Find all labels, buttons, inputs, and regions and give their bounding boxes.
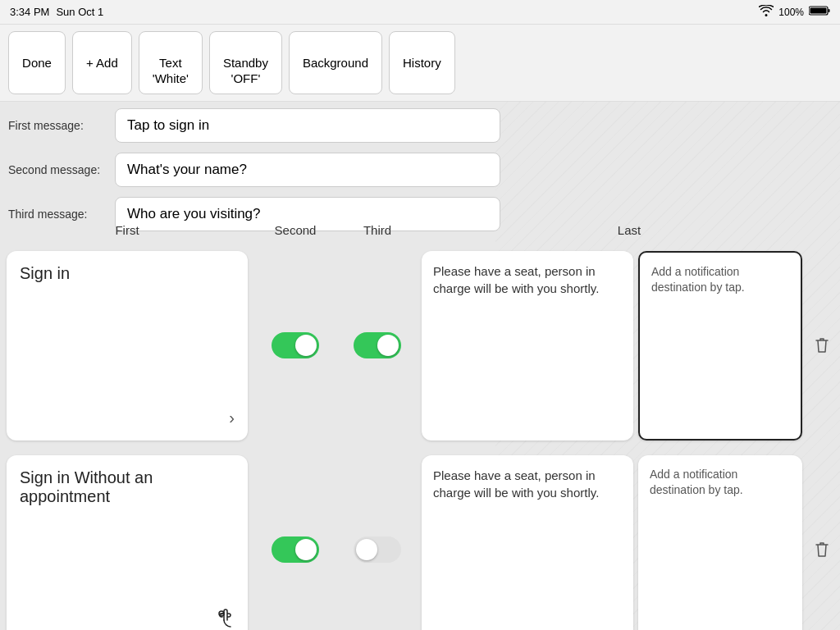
svg-rect-2 xyxy=(810,8,827,14)
first-message-input[interactable] xyxy=(115,108,500,143)
col-third: Third xyxy=(336,223,418,237)
row1-third-toggle-col xyxy=(336,248,418,444)
first-message-label: First message: xyxy=(8,119,115,132)
row1-title: Sign in xyxy=(20,264,235,283)
row2-last-message[interactable]: Please have a seat, person in charge wil… xyxy=(422,455,633,631)
row2-card[interactable]: Sign in Without an appointment xyxy=(7,455,248,631)
wifi-icon xyxy=(759,5,774,19)
history-button[interactable]: History xyxy=(389,31,455,94)
background-button[interactable]: Background xyxy=(289,31,382,94)
second-message-label: Second message: xyxy=(8,163,115,176)
status-date: Sun Oct 1 xyxy=(56,6,103,18)
third-message-label: Third message: xyxy=(8,208,115,221)
row1-last-message[interactable]: Please have a seat, person in charge wil… xyxy=(422,251,633,441)
text-button[interactable]: Text 'White' xyxy=(139,31,203,94)
row2-second-toggle[interactable] xyxy=(272,536,319,563)
status-bar: 3:34 PM Sun Oct 1 100% xyxy=(0,0,840,25)
second-message-input[interactable] xyxy=(115,153,500,187)
svg-rect-1 xyxy=(829,9,830,12)
row2-notification[interactable]: Add a notification destination by tap. xyxy=(638,455,802,631)
row1-first-col: Sign in › xyxy=(0,248,254,444)
row2-third-toggle[interactable] xyxy=(354,536,401,563)
row1-delete-button[interactable] xyxy=(807,251,837,441)
battery-percent: 100% xyxy=(778,7,804,18)
row2-first-col: Sign in Without an appointment xyxy=(0,452,254,631)
row1-second-toggle[interactable] xyxy=(272,332,319,358)
toggle-knob xyxy=(295,335,317,356)
row1-last-col: Please have a seat, person in charge wil… xyxy=(418,248,840,444)
row1-second-toggle-col xyxy=(254,248,336,444)
standby-button[interactable]: Standby 'OFF' xyxy=(209,31,282,94)
row2-second-toggle-col xyxy=(254,452,336,631)
add-button[interactable]: + Add xyxy=(72,31,132,94)
touch-icon xyxy=(215,607,238,631)
toolbar: Done + Add Text 'White' Standby 'OFF' Ba… xyxy=(0,25,840,102)
row2-title: Sign in Without an appointment xyxy=(20,468,235,506)
table-row: Sign in › Please have a seat, person in … xyxy=(0,248,840,444)
content-area: First message: Second message: Third mes… xyxy=(0,102,840,631)
toggle-knob xyxy=(295,539,317,560)
table-row: Sign in Without an appointment xyxy=(0,452,840,631)
second-message-row: Second message: xyxy=(8,153,832,187)
grid-area: Sign in › Please have a seat, person in … xyxy=(0,248,840,631)
row1-card[interactable]: Sign in › xyxy=(7,251,248,441)
battery-icon xyxy=(809,5,830,19)
first-message-row: First message: xyxy=(8,108,832,143)
chevron-icon: › xyxy=(229,409,235,427)
col-last: Last xyxy=(418,223,840,237)
row2-last-col: Please have a seat, person in charge wil… xyxy=(418,452,840,631)
row2-delete-button[interactable] xyxy=(807,455,837,631)
col-second: Second xyxy=(254,223,336,237)
messages-section: First message: Second message: Third mes… xyxy=(0,108,840,241)
row1-third-toggle[interactable] xyxy=(354,332,401,358)
row2-third-toggle-col xyxy=(336,452,418,631)
toggle-knob xyxy=(377,335,399,356)
col-first: First xyxy=(0,223,254,237)
row1-notification[interactable]: Add a notification destination by tap. xyxy=(638,251,802,441)
columns-header: First Second Third Last xyxy=(0,223,840,237)
toggle-knob xyxy=(356,539,377,560)
done-button[interactable]: Done xyxy=(8,31,66,94)
status-time: 3:34 PM xyxy=(10,6,49,18)
